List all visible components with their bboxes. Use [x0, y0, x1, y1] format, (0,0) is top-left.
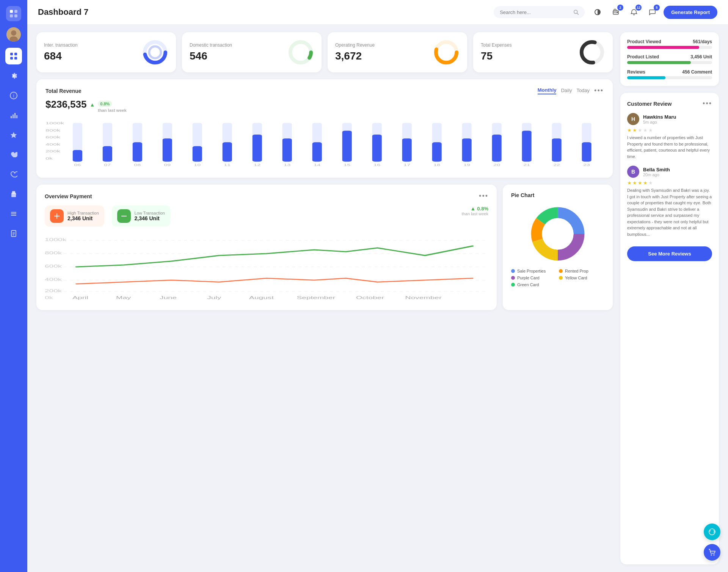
svg-point-144 — [542, 218, 573, 249]
svg-rect-3 — [14, 14, 17, 17]
tab-daily[interactable]: Daily — [561, 88, 572, 94]
svg-point-5 — [11, 30, 16, 36]
svg-rect-76 — [342, 131, 352, 162]
metric-label-viewed: Product Viewed 561/days — [627, 39, 712, 44]
svg-rect-97 — [552, 138, 562, 161]
svg-rect-1 — [14, 10, 17, 13]
sidebar-item-settings[interactable] — [5, 67, 22, 84]
review-text-1: I viewed a number of properties with Jus… — [627, 135, 712, 160]
revenue-subtitle: than last week — [98, 108, 126, 113]
sidebar-item-heart2[interactable] — [5, 166, 22, 183]
sidebar-item-info[interactable]: i — [5, 87, 22, 104]
stat-card-domestic: Domestic transaction 546 — [182, 32, 322, 72]
review-user-2: B Bella Smith 20m ago — [627, 166, 712, 178]
metric-reviews: Reviews 456 Comment — [627, 69, 712, 79]
svg-rect-0 — [10, 10, 13, 13]
content: Inter. transaction 684 Domestic tr — [27, 25, 728, 572]
svg-rect-85 — [432, 142, 442, 161]
tab-today[interactable]: Today — [576, 88, 590, 94]
low-transaction-label: Low Transaction — [135, 211, 165, 215]
svg-rect-49 — [73, 150, 82, 162]
sidebar-item-analytics[interactable] — [5, 107, 22, 124]
svg-text:16: 16 — [373, 163, 380, 167]
svg-point-35 — [149, 46, 161, 58]
svg-text:November: November — [405, 296, 442, 300]
high-transaction-value: 2,346 Unit — [67, 215, 99, 221]
wallet-icon-btn[interactable]: 2 — [609, 5, 623, 19]
svg-rect-27 — [13, 235, 14, 235]
search-bar[interactable] — [494, 6, 585, 18]
bell-icon-btn[interactable]: 12 — [627, 5, 641, 19]
payment-subtitle: than last week — [462, 212, 488, 216]
svg-text:600k: 600k — [46, 135, 61, 139]
pie-legend: Sale Properties Rented Prop Purple Card — [511, 269, 604, 287]
svg-rect-8 — [14, 53, 17, 55]
sidebar-item-dashboard[interactable] — [5, 48, 22, 64]
legend-purple: Purple Card — [511, 276, 557, 280]
svg-point-145 — [711, 555, 712, 556]
svg-rect-18 — [11, 195, 16, 197]
svg-text:09: 09 — [164, 163, 171, 167]
stat-label-inter: Inter. transaction — [44, 42, 78, 48]
metric-product-listed: Product Listed 3,456 Unit — [627, 54, 712, 64]
stat-value-domestic: 546 — [190, 50, 232, 62]
stat-label-domestic: Domestic transaction — [190, 42, 232, 48]
svg-text:17: 17 — [403, 163, 410, 167]
sidebar-item-print[interactable] — [5, 186, 22, 202]
payment-more-btn[interactable]: ••• — [479, 192, 488, 200]
review-avatar-2: B — [627, 166, 639, 178]
dark-mode-toggle[interactable] — [591, 5, 604, 19]
user-avatar[interactable] — [6, 27, 21, 42]
content-left: Inter. transaction 684 Domestic tr — [36, 32, 613, 564]
svg-point-20 — [16, 194, 16, 194]
header-icons: 2 12 5 Generate Report — [591, 5, 717, 19]
svg-text:0k: 0k — [45, 296, 53, 300]
svg-point-36 — [290, 42, 311, 63]
pie-title: Pie Chart — [511, 192, 534, 198]
app-logo[interactable] — [6, 6, 21, 21]
svg-rect-10 — [14, 57, 17, 60]
progress-fill-listed — [627, 61, 691, 64]
sidebar-item-doc[interactable] — [5, 225, 22, 242]
revenue-chart: 1000k 800k 600k 400k 200k 0k 06070809101… — [46, 119, 604, 170]
tab-monthly[interactable]: Monthly — [538, 87, 557, 94]
payment-badge: 0.8% — [477, 206, 488, 212]
sidebar-item-star[interactable] — [5, 127, 22, 143]
sidebar-item-list[interactable] — [5, 205, 22, 222]
low-transaction-box: Low Transaction 2,346 Unit — [112, 205, 170, 227]
svg-rect-70 — [282, 138, 292, 161]
stat-label-operating: Operating Revenue — [335, 42, 375, 48]
donut-operating — [433, 39, 460, 66]
low-transaction-icon — [117, 209, 131, 223]
review-stars-1: ★★★★★ — [627, 127, 712, 133]
svg-text:22: 22 — [553, 163, 560, 167]
chat-icon-btn[interactable]: 5 — [645, 5, 659, 19]
svg-text:06: 06 — [74, 163, 81, 167]
cart-float-btn[interactable] — [704, 544, 720, 561]
revenue-amount: $236,535 ▲ 0.8% than last week — [46, 96, 127, 113]
svg-text:08: 08 — [134, 163, 141, 167]
svg-rect-7 — [10, 53, 13, 55]
stat-label-expenses: Total Expenses — [481, 42, 511, 48]
revenue-tabs: Monthly Daily Today ••• — [538, 87, 604, 95]
svg-rect-55 — [133, 142, 142, 161]
high-transaction-icon — [50, 209, 64, 223]
search-input[interactable] — [500, 9, 570, 15]
svg-text:13: 13 — [284, 163, 290, 167]
svg-text:May: May — [116, 296, 131, 300]
see-more-reviews-button[interactable]: See More Reviews — [627, 246, 712, 261]
revenue-more-btn[interactable]: ••• — [594, 87, 604, 95]
revenue-card: Total Revenue Monthly Daily Today ••• $2… — [36, 79, 613, 178]
svg-rect-52 — [103, 146, 112, 162]
reviews-more-btn[interactable]: ••• — [703, 100, 712, 108]
pie-card: Pie Chart — [503, 185, 613, 310]
payment-card-header: Overview Payment ••• — [45, 192, 488, 200]
stat-card-operating: Operating Revenue 3,672 — [328, 32, 467, 72]
generate-report-button[interactable]: Generate Report — [664, 6, 717, 19]
sidebar-item-favorite[interactable] — [5, 146, 22, 163]
support-float-btn[interactable] — [704, 523, 720, 540]
svg-text:400k: 400k — [46, 142, 61, 146]
svg-text:200k: 200k — [46, 149, 61, 153]
main-area: Dashboard 7 2 — [27, 0, 728, 572]
svg-rect-23 — [11, 215, 16, 216]
